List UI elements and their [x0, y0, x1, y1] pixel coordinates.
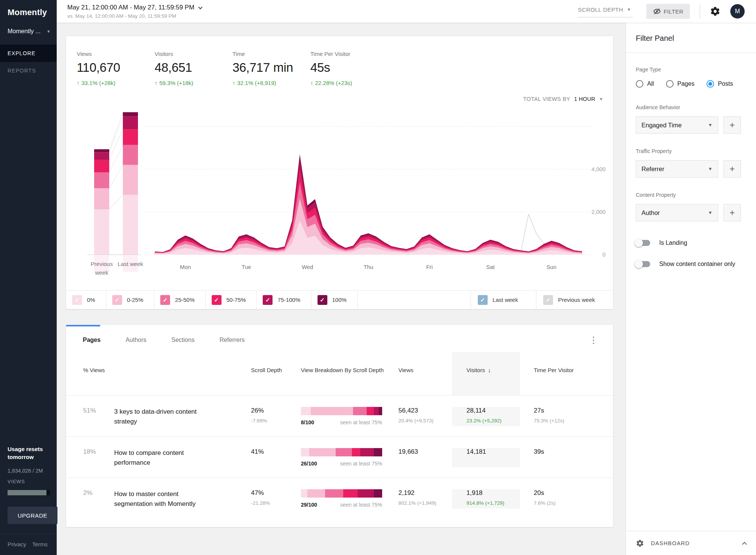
tab-sections[interactable]: Sections [171, 337, 194, 343]
avatar[interactable]: M [730, 4, 745, 19]
checkbox-previous-week[interactable]: ✓ [543, 295, 553, 305]
add-filter-button[interactable]: + [723, 160, 741, 178]
bar-segment-75-100 [374, 407, 379, 415]
select-value: Author [641, 209, 660, 216]
scroll-depth-value: 41% [251, 448, 287, 456]
chevron-down-icon: ▼ [599, 97, 603, 101]
svg-text:Fri: Fri [426, 264, 432, 270]
sort-desc-icon: ↓ [488, 367, 491, 373]
footer-link-terms[interactable]: Terms [32, 541, 48, 547]
bar-segment-25-50 [336, 448, 352, 456]
time-per-visitor-change: 75.3% (+12s) [534, 418, 613, 424]
radio-icon [636, 80, 643, 88]
tabs-row: PagesAuthorsSectionsReferrers⋮ [66, 325, 613, 352]
toggle-show-content-container-only[interactable] [636, 261, 650, 267]
metric-selector[interactable]: SCROLL DEPTH ▼ [577, 6, 633, 17]
radio-posts[interactable]: Posts [706, 80, 733, 88]
filter-toggle-button[interactable]: FILTER [646, 4, 690, 19]
workspace-selector[interactable]: Momently ... ▼ [8, 28, 51, 35]
granularity-value: 1 HOUR [574, 96, 595, 102]
views-change: 802.1% (+1,949) [398, 500, 452, 506]
toggle-is-landing[interactable] [636, 240, 650, 246]
stat-value: 36,717 min [232, 60, 310, 75]
col-header-scroll-depth[interactable]: Scroll Depth [234, 352, 287, 395]
scroll-depth-value: 47% [251, 489, 287, 497]
select-audience-behavior[interactable]: Engaged Time▼ [636, 116, 718, 134]
stat-change: ↑22.28% (+23s) [310, 80, 388, 86]
radio-pages[interactable]: Pages [666, 80, 694, 88]
bar-segment-0 [301, 448, 309, 456]
filter-group-row: Referrer▼+ [636, 160, 746, 178]
checkbox-25-50[interactable]: ✓ [160, 295, 170, 305]
content-table-panel: PagesAuthorsSectionsReferrers⋮ % ViewsSc… [66, 325, 613, 527]
col-header-time-per-visitor[interactable]: Time Per Visitor [520, 352, 613, 395]
up-arrow-icon: ↑ [155, 80, 158, 86]
granularity-selector[interactable]: TOTAL VIEWS BY 1 HOUR ▼ [66, 96, 613, 102]
stat-change-text: 32.1% (+8,919) [237, 80, 276, 86]
checkbox-100[interactable]: ✓ [318, 295, 327, 305]
page-title-link[interactable]: How to master content segmentation with … [114, 489, 234, 509]
col-header-visitors[interactable]: Visitors↓ [452, 352, 520, 395]
col-header-label: Time Per Visitor [534, 367, 574, 373]
bar-segment-0-25 [307, 489, 325, 498]
checkbox-last-week[interactable]: ✓ [478, 295, 488, 305]
granularity-label: TOTAL VIEWS BY [523, 96, 570, 102]
toggle-row-is-landing: Is Landing [636, 240, 746, 246]
sidebar-item-reports[interactable]: REPORTS [0, 62, 57, 79]
filter-panel-body: Page Type AllPagesPosts Audience Behavio… [626, 53, 756, 267]
col-header-views[interactable]: % Views [66, 352, 114, 395]
views-percent: 51% [66, 407, 114, 426]
bar-segment-50-75 [367, 407, 374, 415]
bar-segment-100 [374, 489, 382, 498]
footer-link-privacy[interactable]: Privacy [8, 541, 26, 547]
dashboard-button[interactable]: DASHBOARD [626, 531, 756, 555]
tab-pages[interactable]: Pages [83, 337, 101, 343]
time-per-visitor-value: 39s [534, 448, 613, 456]
chevron-down-icon: ▼ [627, 7, 631, 12]
sidebar-item-explore[interactable]: EXPLORE [0, 45, 57, 62]
col-header-label: % Views [83, 367, 105, 373]
visitors-value: 28,114 [466, 407, 520, 414]
tab-authors[interactable]: Authors [125, 337, 146, 343]
scroll-depth-bar [301, 489, 382, 498]
more-options-button[interactable]: ⋮ [589, 335, 598, 345]
checkbox-75-100[interactable]: ✓ [263, 295, 273, 305]
settings-gear-icon[interactable] [710, 6, 720, 17]
sidebar: Momently Momently ... ▼ EXPLOREREPORTS U… [0, 0, 57, 555]
col-header-title [114, 352, 234, 395]
table-row[interactable]: 18%How to compare content performance41%… [66, 436, 613, 478]
upgrade-button[interactable]: UPGRADE [8, 507, 57, 524]
date-range-selector[interactable]: May 21, 12:00:00 AM - May 27, 11:59:59 P… [67, 4, 202, 11]
visitors-cell: 28,11423.2% (+5,292) [452, 407, 520, 426]
svg-text:Wed: Wed [302, 264, 313, 270]
breakdown-caption: 8/100seen at least 75% [301, 419, 382, 425]
checkbox-0-25[interactable]: ✓ [112, 295, 122, 305]
select-traffic-property[interactable]: Referrer▼ [636, 160, 718, 178]
bar-segment-75-100 [360, 448, 374, 456]
tab-referrers[interactable]: Referrers [220, 337, 245, 343]
stat-label: Time [232, 51, 310, 57]
stat-visitors: Visitors48,651↑59.3% (+18k) [155, 51, 232, 86]
filter-panel: Filter Panel Page Type AllPagesPosts Aud… [626, 23, 756, 555]
add-filter-button[interactable]: + [723, 116, 741, 134]
bar-segment-50-75 [343, 489, 358, 498]
scroll-depth-change: -7.69% [251, 418, 287, 424]
page-title-link[interactable]: How to compare content performance [114, 448, 234, 467]
add-filter-button[interactable]: + [723, 204, 741, 221]
checkbox-50-75[interactable]: ✓ [212, 295, 222, 305]
checkbox-0[interactable]: ✓ [72, 295, 82, 305]
table-row[interactable]: 51%3 keys to data-driven content strateg… [66, 395, 613, 436]
page-title-link[interactable]: 3 keys to data-driven content strategy [114, 407, 234, 426]
legend-item-previous-week: ✓Previous week [536, 291, 613, 309]
radio-all[interactable]: All [636, 80, 654, 88]
select-content-property[interactable]: Author▼ [636, 204, 718, 221]
chevron-down-icon: ▼ [708, 210, 713, 215]
filter-group-audience-behavior: Audience BehaviorEngaged Time▼+ [636, 104, 746, 134]
col-header-view-breakdown-by-scroll-depth[interactable]: View Breakdown By Scroll Depth [287, 352, 385, 395]
col-header-views[interactable]: Views [385, 352, 452, 395]
table-row[interactable]: 2%How to master content segmentation wit… [66, 478, 613, 519]
stat-value: 48,651 [155, 60, 232, 75]
scroll-depth-cell: 47%-21.28% [234, 489, 287, 509]
visitors-change: 23.2% (+5,292) [466, 418, 520, 424]
visitors-change: 914.8% (+1,729) [466, 500, 520, 506]
